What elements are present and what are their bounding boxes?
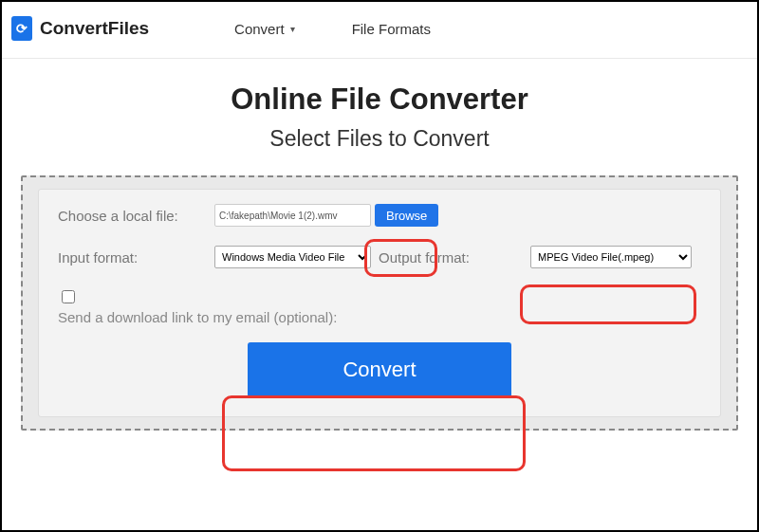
nav-file-formats[interactable]: File Formats xyxy=(352,21,431,37)
brand-logo[interactable]: ConvertFiles xyxy=(11,16,149,41)
output-format-select[interactable]: MPEG Video File(.mpeg) xyxy=(530,246,692,268)
output-format-label: Output format: xyxy=(379,249,530,266)
chevron-down-icon: ▾ xyxy=(290,24,295,34)
page-subtitle: Select Files to Convert xyxy=(2,126,757,152)
format-row: Input format: Windows Media Video File O… xyxy=(58,246,701,268)
dropzone[interactable]: Choose a local file: Browse Input format… xyxy=(21,175,738,431)
nav-convert[interactable]: Convert ▾ xyxy=(234,21,295,37)
email-checkbox-label: Send a download link to my email (option… xyxy=(58,309,701,325)
form-panel: Choose a local file: Browse Input format… xyxy=(38,189,721,417)
nav-formats-label: File Formats xyxy=(352,21,431,37)
brand-name: ConvertFiles xyxy=(40,18,149,39)
file-path-input[interactable] xyxy=(214,204,371,227)
nav-convert-label: Convert xyxy=(234,21,285,37)
email-row: Send a download link to my email (option… xyxy=(58,287,701,325)
input-format-label: Input format: xyxy=(58,249,214,266)
main-nav: Convert ▾ File Formats xyxy=(234,21,431,37)
main-content: Online File Converter Select Files to Co… xyxy=(2,59,757,431)
email-checkbox[interactable] xyxy=(62,290,75,303)
convert-wrap: Convert xyxy=(58,342,701,397)
convert-button[interactable]: Convert xyxy=(248,342,510,397)
choose-file-label: Choose a local file: xyxy=(58,208,214,224)
input-format-select[interactable]: Windows Media Video File xyxy=(214,246,371,268)
page-title: Online File Converter xyxy=(2,83,757,117)
header: ConvertFiles Convert ▾ File Formats xyxy=(2,2,757,59)
file-row: Choose a local file: Browse xyxy=(58,204,701,227)
browse-button[interactable]: Browse xyxy=(375,204,438,227)
logo-icon xyxy=(11,16,32,41)
